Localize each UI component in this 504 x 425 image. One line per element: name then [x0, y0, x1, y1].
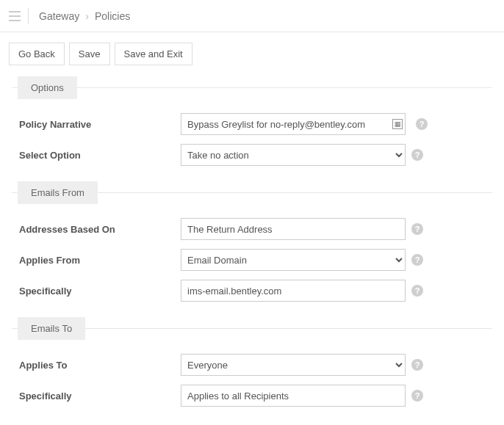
section-tab-emails-from: Emails From: [18, 181, 98, 204]
action-buttons: Go Back Save Save and Exit: [0, 32, 504, 73]
row-select-option: Select Option Take no action ?: [12, 139, 492, 170]
help-icon[interactable]: ?: [411, 223, 423, 235]
topbar: Gateway › Policies: [0, 0, 504, 32]
hamburger-icon[interactable]: [9, 11, 21, 21]
section-tab-options: Options: [18, 76, 77, 99]
label-applies-from: Applies From: [19, 255, 181, 266]
help-icon[interactable]: ?: [416, 118, 428, 130]
row-specifically-from: Specifically ?: [12, 275, 492, 306]
specifically-to-input[interactable]: [181, 385, 406, 407]
row-applies-to: Applies To Everyone ?: [12, 349, 492, 380]
label-specifically-from: Specifically: [19, 286, 181, 297]
select-option-dropdown[interactable]: Take no action: [181, 144, 406, 166]
help-icon[interactable]: ?: [411, 359, 423, 371]
row-specifically-to: Specifically ?: [12, 380, 492, 411]
save-button[interactable]: Save: [69, 43, 110, 65]
label-select-option: Select Option: [19, 150, 181, 161]
chevron-right-icon: ›: [85, 10, 89, 22]
section-emails-to: Emails To Applies To Everyone ? Specific…: [12, 328, 492, 411]
addresses-based-on-input[interactable]: [181, 218, 406, 240]
row-applies-from: Applies From Email Domain ?: [12, 244, 492, 275]
help-icon[interactable]: ?: [411, 149, 423, 161]
policy-narrative-input[interactable]: [181, 113, 406, 135]
label-specifically-to: Specifically: [19, 391, 181, 402]
row-addresses-based-on: Addresses Based On ?: [12, 214, 492, 244]
label-addresses-based-on: Addresses Based On: [19, 224, 181, 235]
section-emails-from: Emails From Addresses Based On ? Applies…: [12, 192, 492, 306]
help-icon[interactable]: ?: [411, 390, 423, 402]
breadcrumb: Gateway › Policies: [39, 10, 130, 22]
save-and-exit-button[interactable]: Save and Exit: [115, 43, 192, 65]
breadcrumb-item-policies[interactable]: Policies: [95, 10, 130, 22]
help-icon[interactable]: ?: [411, 254, 423, 266]
go-back-button[interactable]: Go Back: [9, 43, 65, 65]
section-options: Options Policy Narrative ▦ ? Select Opti…: [12, 87, 492, 170]
row-policy-narrative: Policy Narrative ▦ ?: [12, 109, 492, 139]
label-applies-to: Applies To: [19, 360, 181, 371]
label-policy-narrative: Policy Narrative: [19, 119, 181, 130]
applies-to-dropdown[interactable]: Everyone: [181, 354, 406, 376]
applies-from-dropdown[interactable]: Email Domain: [181, 249, 406, 271]
specifically-from-input[interactable]: [181, 280, 406, 302]
section-tab-emails-to: Emails To: [18, 317, 85, 340]
help-icon[interactable]: ?: [411, 285, 423, 297]
contact-card-icon: ▦: [392, 119, 403, 129]
divider: [28, 8, 29, 24]
breadcrumb-item-gateway[interactable]: Gateway: [39, 10, 79, 22]
